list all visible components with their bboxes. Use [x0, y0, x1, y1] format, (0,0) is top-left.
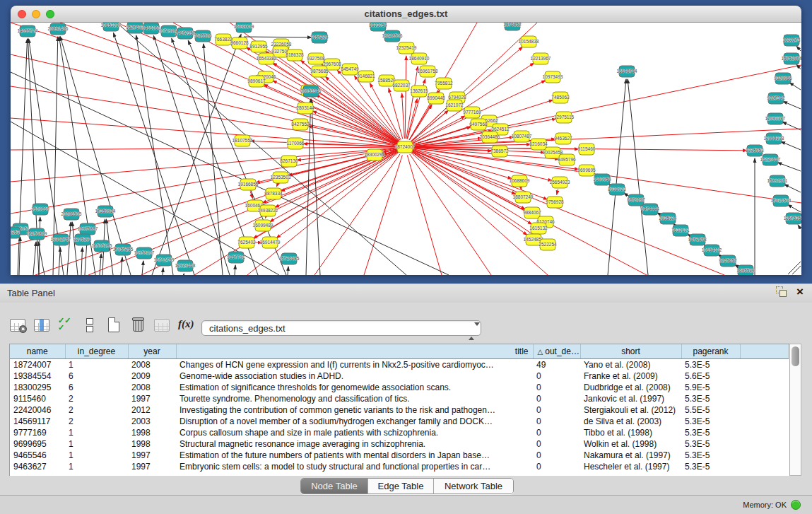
- graph-node[interactable]: 15892971: [767, 175, 788, 187]
- graph-node[interactable]: 20053346: [301, 86, 322, 97]
- graph-node[interactable]: 9660128: [230, 37, 249, 49]
- graph-node[interactable]: 15654923: [550, 177, 570, 188]
- function-builder-icon[interactable]: f(x): [177, 315, 195, 334]
- new-table-icon[interactable]: [105, 315, 123, 334]
- graph-node[interactable]: 12505185: [92, 240, 112, 252]
- graph-node[interactable]: 9474444: [641, 204, 659, 215]
- graph-node[interactable]: 7625402: [237, 237, 256, 248]
- graph-node[interactable]: 10154838: [519, 36, 539, 47]
- graph-node[interactable]: 1170066: [287, 138, 305, 149]
- graph-node[interactable]: 6879197: [627, 194, 645, 206]
- graph-node[interactable]: 1695519: [736, 265, 755, 275]
- graph-node[interactable]: 7386572: [490, 146, 509, 157]
- table-row[interactable]: 977716911998Corpus callosum shape and si…: [10, 427, 789, 438]
- table-row[interactable]: 1456911722003Disruption of a novel membe…: [10, 416, 789, 427]
- graph-node[interactable]: 15716485: [279, 253, 300, 264]
- graph-node[interactable]: 10807487: [512, 131, 532, 142]
- graph-node[interactable]: 7857224: [310, 32, 329, 43]
- graph-node[interactable]: 9245652: [719, 255, 737, 267]
- select-columns-icon[interactable]: ✓✓✓: [57, 315, 75, 334]
- table-row[interactable]: 911546021997Tourette syndrome. Phenomeno…: [10, 393, 789, 404]
- graph-node[interactable]: 17359924: [95, 206, 116, 217]
- graph-node[interactable]: 9146821: [357, 71, 375, 82]
- table-row[interactable]: 1872400712008Changes of HCN gene express…: [10, 359, 789, 371]
- graph-node[interactable]: 1529869: [31, 204, 49, 215]
- graph-node[interactable]: 18300295: [365, 149, 385, 160]
- graph-node[interactable]: 8938923: [608, 184, 626, 195]
- graph-node[interactable]: 8427552: [291, 119, 310, 130]
- tab-node-table[interactable]: Node Table: [301, 479, 368, 493]
- close-panel-icon[interactable]: ×: [796, 286, 804, 297]
- graph-node[interactable]: 9463627: [554, 133, 572, 144]
- graph-node[interactable]: 17957255: [113, 244, 134, 255]
- graph-node[interactable]: 9227342: [767, 93, 785, 104]
- graph-node[interactable]: 19218506: [382, 30, 403, 42]
- graph-node[interactable]: 6216034: [529, 139, 548, 150]
- graph-node[interactable]: 9756928: [546, 197, 564, 208]
- show-columns-icon[interactable]: [33, 315, 51, 334]
- graph-node[interactable]: 1876852: [503, 23, 522, 30]
- table-vertical-scrollbar[interactable]: [789, 344, 801, 476]
- scrollbar-thumb[interactable]: [792, 346, 799, 366]
- graph-node[interactable]: 8813054: [369, 23, 387, 31]
- graph-node[interactable]: 8267130: [280, 156, 298, 167]
- graph-node[interactable]: 14938222: [258, 205, 278, 216]
- column-header-title[interactable]: title: [176, 344, 533, 359]
- graph-node[interactable]: 9777169: [463, 107, 481, 118]
- graph-node[interactable]: 8912955: [249, 41, 268, 52]
- graph-node[interactable]: 9329966: [774, 73, 792, 84]
- graph-node[interactable]: 12156819: [27, 228, 47, 240]
- graph-node[interactable]: 10975887: [78, 223, 98, 235]
- graph-node[interactable]: 8471678: [688, 234, 707, 245]
- graph-node[interactable]: 16543382: [257, 53, 277, 64]
- column-header-out_de[interactable]: △out_de…: [533, 344, 580, 359]
- graph-node[interactable]: 16914479: [260, 237, 281, 248]
- graph-node[interactable]: 11675358: [784, 213, 801, 224]
- table-row[interactable]: 946554611997Estimation of the future num…: [10, 450, 789, 461]
- graph-node[interactable]: 20206505: [61, 209, 82, 220]
- graph-node[interactable]: 10688609: [510, 175, 530, 187]
- graph-node[interactable]: 12213967: [531, 53, 551, 64]
- table-settings-icon[interactable]: [8, 315, 27, 334]
- graph-node[interactable]: 12975115: [554, 112, 575, 123]
- graph-node[interactable]: 17016504: [771, 195, 792, 206]
- column-header-in_degree[interactable]: in_degree: [65, 344, 128, 359]
- graph-node[interactable]: 8215953: [746, 145, 764, 156]
- graph-node[interactable]: 8495796: [558, 154, 576, 165]
- graph-node[interactable]: 16961758: [418, 66, 438, 77]
- graph-node[interactable]: 19166855: [238, 179, 259, 190]
- graph-node[interactable]: 9875685: [310, 66, 329, 77]
- graph-node[interactable]: 1211273: [783, 35, 801, 46]
- column-header-name[interactable]: name: [10, 344, 65, 359]
- graph-node[interactable]: 7632621: [671, 225, 690, 236]
- graph-node[interactable]: 18107552: [233, 135, 253, 146]
- graph-node[interactable]: 8186328: [286, 49, 304, 61]
- table-row[interactable]: 2242004622012Investigating the contribut…: [10, 404, 789, 416]
- graph-node[interactable]: 2935114: [659, 213, 677, 224]
- graph-node[interactable]: 8990448: [427, 93, 445, 104]
- graph-node[interactable]: 16782759: [154, 255, 175, 266]
- graph-node[interactable]: 12353503: [271, 172, 291, 183]
- graph-node[interactable]: 9699695: [577, 165, 596, 176]
- graph-node[interactable]: 13342757: [51, 234, 71, 245]
- table-row[interactable]: 1830029562008Estimation of significance …: [10, 382, 789, 393]
- graph-node[interactable]: 1640954: [593, 174, 611, 185]
- graph-node[interactable]: 9115460: [578, 144, 596, 155]
- graph-node[interactable]: 1362615: [410, 86, 428, 97]
- graph-node[interactable]: 1615132: [529, 223, 548, 234]
- graph-node[interactable]: 8454749: [341, 64, 359, 75]
- table-source-dropdown[interactable]: citations_edges.txt: [201, 320, 481, 336]
- graph-node[interactable]: 10653287: [101, 23, 122, 31]
- table-row[interactable]: 946362711997Embryonic stem cells: a mode…: [10, 461, 789, 472]
- graph-node[interactable]: 16033809: [234, 23, 254, 33]
- window-titlebar[interactable]: citations_edges.txt: [11, 6, 801, 23]
- graph-node[interactable]: 20891406: [48, 23, 69, 35]
- tab-network-table[interactable]: Network Table: [434, 479, 513, 493]
- tab-edge-table[interactable]: Edge Table: [368, 479, 434, 493]
- graph-node[interactable]: 18724007: [395, 141, 416, 153]
- graph-node[interactable]: 1621072: [445, 100, 464, 111]
- graph-node[interactable]: 16099489: [253, 220, 273, 231]
- column-header-year[interactable]: year: [128, 344, 176, 359]
- graph-node[interactable]: 16958107: [134, 247, 155, 259]
- graph-node[interactable]: 14671358: [175, 28, 196, 39]
